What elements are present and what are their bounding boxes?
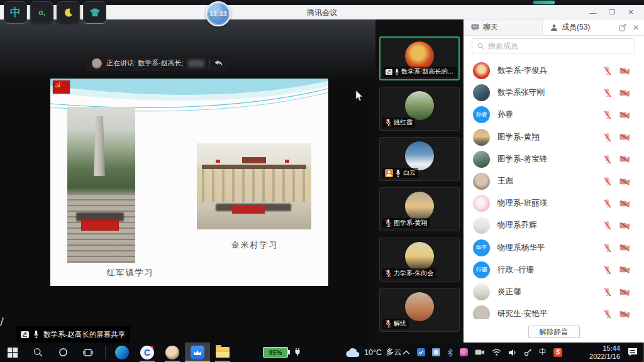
member-row[interactable]: 炎正馨: [464, 281, 644, 303]
member-avatar: [473, 217, 490, 234]
battery-indicator[interactable]: 95%: [263, 347, 288, 358]
minimize-button[interactable]: —: [584, 9, 602, 16]
camera-muted-icon[interactable]: [619, 266, 630, 273]
edge-icon[interactable]: [109, 343, 135, 362]
caption-left: 红军镇学习: [83, 267, 177, 278]
camera-muted-icon[interactable]: [619, 133, 630, 141]
member-row[interactable]: 行珊行政--行珊: [464, 259, 644, 281]
taskbar-clock[interactable]: 15:44 2022/1/16: [589, 344, 620, 360]
blurred-name: [188, 60, 204, 67]
search-members-input[interactable]: 搜索成员: [472, 38, 635, 53]
search-icon[interactable]: [25, 343, 50, 362]
mini-toolbar-handle[interactable]: [533, 1, 555, 4]
key-icon[interactable]: [524, 348, 532, 356]
volume-icon[interactable]: [508, 349, 517, 356]
member-name: 数学系张守刚: [497, 87, 545, 98]
cortana-icon[interactable]: [50, 343, 75, 362]
participant-thumbnail[interactable]: 姚红霞: [379, 87, 460, 131]
blue-square-icon[interactable]: [432, 348, 440, 356]
photo-monument: [67, 107, 135, 263]
tab-members[interactable]: 成员(53): [543, 19, 613, 35]
mic-muted-icon[interactable]: [604, 199, 611, 208]
c-app-icon[interactable]: C: [135, 343, 160, 362]
ime-indicator[interactable]: 中: [539, 347, 547, 358]
participant-thumbnail[interactable]: 力学系-朱向会: [379, 238, 460, 282]
reply-arrow-icon[interactable]: [214, 59, 223, 67]
member-row[interactable]: 数学系-李俊兵: [464, 60, 644, 82]
participant-thumbnail[interactable]: 图学系-黄翔: [379, 187, 460, 231]
chat-icon: [471, 24, 479, 31]
unmute-button[interactable]: 解除静音: [528, 326, 580, 338]
start-icon[interactable]: [0, 343, 25, 362]
camera-icon[interactable]: [475, 349, 485, 356]
camera-muted-icon[interactable]: [619, 288, 630, 296]
camera-muted-icon[interactable]: [619, 111, 630, 119]
wifi-icon[interactable]: [492, 349, 501, 356]
mic-muted-icon[interactable]: [604, 133, 611, 142]
weather-condition: 多云: [386, 347, 402, 358]
member-row[interactable]: 孙睿孙睿: [464, 104, 644, 126]
member-row[interactable]: 物理系乔辉: [464, 214, 644, 236]
member-name: 炎正馨: [497, 287, 521, 297]
member-row[interactable]: 华平物理系杨华平: [464, 237, 644, 259]
camera-muted-icon[interactable]: [619, 310, 630, 318]
participant-thumbnail[interactable]: 解忧: [379, 288, 460, 332]
camera-muted-icon[interactable]: [619, 155, 630, 163]
member-row[interactable]: 物理系-班丽瑛: [464, 192, 644, 214]
tencent-meeting-icon[interactable]: [185, 343, 210, 362]
tab-chat[interactable]: 聊天: [464, 19, 543, 35]
mic-muted-icon[interactable]: [604, 110, 611, 119]
participant-thumbnail[interactable]: 数学系-赵高长的屏幕...: [379, 36, 460, 80]
popout-icon[interactable]: [619, 24, 626, 31]
mic-muted-icon[interactable]: [604, 221, 611, 230]
member-list[interactable]: 数学系-李俊兵数学系张守刚孙睿孙睿图学系-黄翔图学系-蒋宝锋王彪物理系-班丽瑛物…: [464, 60, 644, 343]
action-center-icon[interactable]: [628, 348, 638, 357]
member-row[interactable]: 数学系张守刚: [464, 82, 644, 104]
camera-muted-icon[interactable]: [619, 89, 630, 97]
monument-shape: [94, 116, 105, 176]
mic-muted-icon[interactable]: [604, 243, 611, 253]
shirt-icon: [89, 8, 101, 17]
mic-muted-icon[interactable]: [604, 177, 611, 186]
pink-app-icon[interactable]: [460, 348, 468, 356]
participant-thumbnail[interactable]: 白云: [379, 137, 460, 181]
sogou-input-icon[interactable]: S: [553, 348, 562, 357]
security-shield-icon[interactable]: [417, 348, 425, 356]
camera-muted-icon[interactable]: [619, 67, 630, 75]
panel-close-icon[interactable]: ✕: [633, 23, 639, 32]
caret-icon[interactable]: [402, 350, 410, 355]
mic-muted-icon[interactable]: [604, 287, 611, 297]
taskbar-weather[interactable]: 10°C 多云: [345, 343, 402, 362]
members-panel: 聊天 成员(53) ✕ 搜索成员: [464, 19, 644, 343]
camera-muted-icon[interactable]: [619, 244, 630, 251]
member-row[interactable]: 图学系-黄翔: [464, 126, 644, 148]
ime-language-button[interactable]: 中: [4, 1, 27, 23]
task-view-icon[interactable]: [75, 343, 101, 362]
member-avatar: [473, 62, 490, 79]
weather-temperature: 10°C: [364, 348, 382, 357]
ime-skin-button[interactable]: [83, 1, 106, 23]
camera-muted-icon[interactable]: [619, 200, 630, 207]
maximize-button[interactable]: ❐: [602, 8, 621, 16]
close-button[interactable]: ✕: [621, 8, 640, 16]
mic-muted-icon[interactable]: [604, 66, 611, 75]
contact-app-icon[interactable]: [160, 343, 185, 362]
member-avatar: [473, 151, 490, 168]
mic-muted-icon[interactable]: [604, 88, 611, 97]
mic-muted-icon[interactable]: [604, 155, 611, 164]
photo-building: [197, 143, 311, 229]
camera-muted-icon[interactable]: [619, 178, 630, 185]
ime-nightmode-button[interactable]: [57, 1, 80, 23]
bluetooth-icon[interactable]: [447, 348, 453, 357]
clock-time: 15:44: [589, 344, 620, 353]
file-explorer-icon[interactable]: [210, 343, 235, 362]
ime-punctuation-button[interactable]: o,: [30, 1, 53, 23]
member-name: 数学系-李俊兵: [497, 65, 547, 76]
meeting-timer-badge[interactable]: 13:33: [206, 1, 231, 26]
mic-muted-icon[interactable]: [604, 309, 611, 319]
member-row[interactable]: 王彪: [464, 170, 644, 192]
camera-muted-icon[interactable]: [619, 222, 630, 229]
building-roof: [202, 165, 306, 169]
mic-muted-icon[interactable]: [604, 265, 611, 275]
member-row[interactable]: 图学系-蒋宝锋: [464, 148, 644, 170]
